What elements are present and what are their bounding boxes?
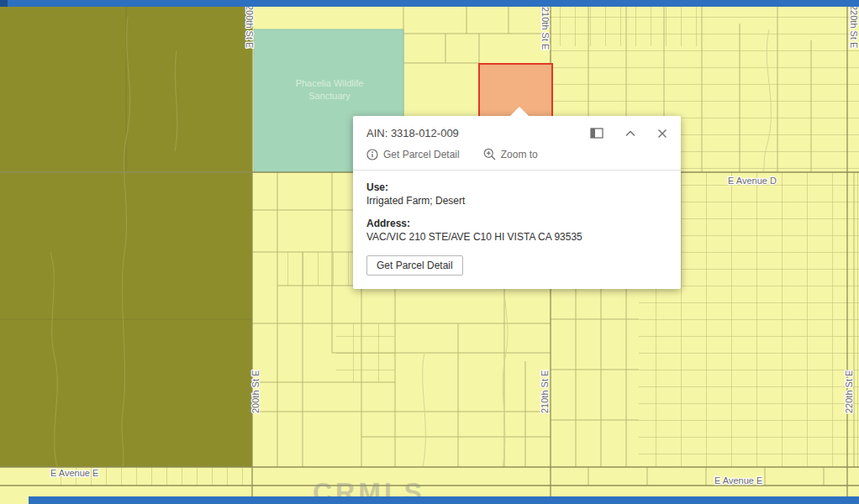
top-blue-bar — [0, 0, 859, 7]
street-label-210th-mid: 210th St E — [540, 370, 550, 413]
avenue-e-label: E Avenue E — [50, 468, 98, 478]
street-label-220th-right: 220th St E — [844, 370, 854, 413]
street-label-200th-mid: 200th St E — [250, 370, 261, 413]
popup-controls — [590, 128, 667, 139]
zoom-in-icon — [483, 148, 496, 160]
chevron-up-icon — [625, 130, 635, 137]
close-button[interactable] — [657, 129, 667, 139]
use-field-value: Irrigated Farm; Desert — [366, 195, 667, 207]
info-icon — [366, 149, 378, 160]
street-label-210th-top: 210th St E — [540, 7, 551, 50]
popup-actions: Get Parcel Detail Zoom to — [353, 146, 681, 170]
get-parcel-detail-action[interactable]: Get Parcel Detail — [366, 149, 460, 160]
zoom-to-action-label: Zoom to — [501, 149, 538, 160]
zoom-to-action[interactable]: Zoom to — [483, 148, 538, 160]
popup-body: Use: Irrigated Farm; Desert Address: VAC… — [353, 171, 681, 289]
get-parcel-detail-action-label: Get Parcel Detail — [383, 149, 460, 160]
address-field: Address: VAC/VIC 210 STE/AVE C10 HI VIST… — [366, 218, 667, 243]
parcel-popup: AIN: 3318-012-009 — [353, 116, 681, 289]
address-field-value: VAC/VIC 210 STE/AVE C10 HI VISTA CA 9353… — [366, 231, 667, 243]
top-bar-dark-corner — [0, 0, 8, 7]
street-label-200th-top: 200th St E — [245, 5, 255, 48]
dock-window-button[interactable] — [590, 128, 603, 139]
street-label-220th-top: 220th St E — [849, 5, 859, 48]
collapse-button[interactable] — [625, 130, 635, 137]
close-icon — [657, 129, 667, 139]
dock-icon — [590, 128, 603, 139]
address-field-label: Address: — [366, 218, 667, 229]
popup-header: AIN: 3318-012-009 — [353, 116, 681, 146]
avenue-d-label: E Avenue D — [728, 176, 777, 186]
get-parcel-detail-button[interactable]: Get Parcel Detail — [366, 255, 463, 276]
avenue-e-label-right: E Avenue E — [714, 475, 762, 486]
use-field: Use: Irrigated Farm; Desert — [366, 181, 667, 207]
popup-pointer — [510, 107, 529, 116]
popup-title: AIN: 3318-012-009 — [366, 127, 459, 139]
use-field-label: Use: — [366, 181, 667, 193]
bottom-blue-bar — [29, 496, 859, 504]
parcel-map-screen: CRMLS 200th St E 210th St E 220th St E 2… — [0, 0, 859, 504]
